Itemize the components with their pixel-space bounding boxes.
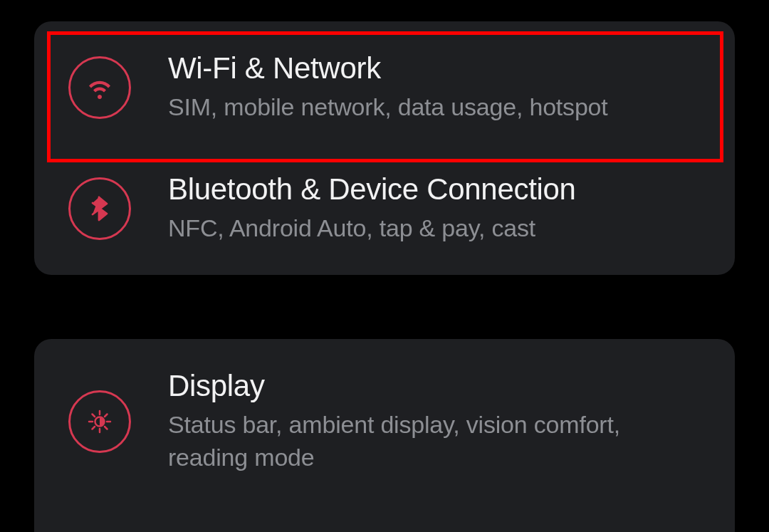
svg-line-8 (105, 414, 108, 417)
settings-group-display: Display Status bar, ambient display, vis… (34, 339, 735, 532)
settings-item-subtitle: NFC, Android Auto, tap & pay, cast (168, 212, 576, 245)
settings-item-text: Wi-Fi & Network SIM, mobile network, dat… (168, 51, 608, 124)
settings-item-title: Bluetooth & Device Connection (168, 172, 576, 207)
svg-line-6 (105, 427, 108, 429)
settings-item-text: Bluetooth & Device Connection NFC, Andro… (168, 172, 576, 245)
settings-item-display[interactable]: Display Status bar, ambient display, vis… (34, 345, 735, 499)
settings-item-title: Display (168, 369, 701, 403)
settings-item-subtitle: Status bar, ambient display, vision comf… (168, 409, 701, 474)
svg-line-5 (93, 414, 95, 417)
bluetooth-icon (68, 177, 131, 240)
settings-item-bluetooth-device[interactable]: Bluetooth & Device Connection NFC, Andro… (34, 148, 735, 269)
settings-group-network: Wi-Fi & Network SIM, mobile network, dat… (34, 21, 735, 275)
settings-item-title: Wi-Fi & Network (168, 51, 608, 85)
settings-item-wifi-network[interactable]: Wi-Fi & Network SIM, mobile network, dat… (34, 27, 735, 148)
settings-item-subtitle: SIM, mobile network, data usage, hotspot (168, 91, 608, 124)
settings-item-text: Display Status bar, ambient display, vis… (168, 369, 701, 474)
wifi-icon (68, 56, 131, 119)
brightness-icon (68, 390, 131, 453)
svg-line-7 (93, 427, 95, 429)
